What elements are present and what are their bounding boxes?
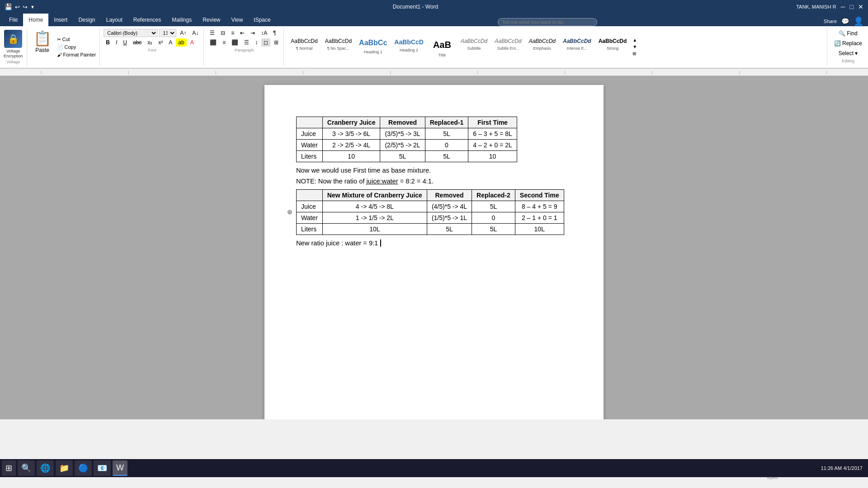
table1-header-firsttime: First Time [468,117,517,128]
paste-icon: 📋 [33,30,52,47]
style-h1-label: Heading 1 [364,50,382,54]
italic-button[interactable]: I [113,38,119,47]
strikethrough-button[interactable]: abc [131,38,144,47]
style-heading1[interactable]: AaBbCc Heading 1 [356,35,390,59]
underline-button[interactable]: U [121,38,129,47]
font-group: Calibri (Body) 11 A↑ A↓ B I U abc x₂ x² … [101,28,204,66]
minimize-button[interactable]: ─ [841,3,845,10]
highlight-button[interactable]: ab [176,38,186,47]
t1r2-label: Water [297,139,323,150]
superscript-button[interactable]: x² [156,38,165,47]
tab-references[interactable]: References [128,14,166,26]
cut-button[interactable]: ✂ Cut [56,36,97,43]
font-color-button[interactable]: A [188,38,196,47]
format-painter-button[interactable]: 🖌 Format Painter [56,52,97,58]
comments-icon[interactable]: 💬 [841,18,849,25]
clipboard-actions: ✂ Cut 📄 Copy 🖌 Format Painter [56,29,97,65]
t1r2-removed: (2/5)*5 -> 2L [380,139,425,150]
style-title[interactable]: AaB Title [428,35,457,59]
align-center-button[interactable]: ≡ [220,38,228,47]
multilevel-button[interactable]: ≡ [229,29,236,37]
style-emphasis[interactable]: AaBbCcDd Emphasis [526,35,559,59]
copy-button[interactable]: 📄 Copy [56,44,97,51]
note2-text: NOTE: Now the ratio of juice:water = 8:2… [296,178,572,185]
style-normal[interactable]: AaBbCcDd ¶ Normal [288,35,321,59]
select-button[interactable]: Select ▾ [836,49,860,58]
style-subtle-emphasis[interactable]: AaBbCcDd Subtle Em... [491,35,524,59]
font-family-select[interactable]: Calibri (Body) [104,29,158,37]
editing-group: 🔍 Find 🔄 Replace Select ▾ Editing [828,28,868,66]
table2-header-secondtime: Second Time [515,189,564,201]
close-button[interactable]: ✕ [858,3,863,10]
style-intense-emphasis[interactable]: AaBbCcDd Intense E... [560,35,594,59]
table2: New Mixture of Cranberry Juice Removed R… [296,189,564,235]
save-icon[interactable]: 💾 [5,3,12,10]
editing-group-label: Editing [842,59,854,63]
tab-insert[interactable]: Insert [48,14,73,26]
redo-icon[interactable]: ↪ [23,4,28,10]
replace-label: Replace [842,40,862,47]
share-button[interactable]: Share [824,19,837,24]
borders-button[interactable]: ⊞ [272,38,281,47]
tab-mailings[interactable]: Mailings [166,14,197,26]
shading-button[interactable]: ◻ [261,38,270,47]
t2r1-secondtime: 8 – 4 + 5 = 9 [515,201,564,212]
tab-home[interactable]: Home [23,14,48,26]
styles-more[interactable]: ⊞ [632,51,637,56]
replace-button[interactable]: 🔄 Replace [832,39,864,48]
user-name: TANK, MANISH R [796,4,836,9]
justify-button[interactable]: ☰ [242,38,251,47]
page[interactable]: Cranberry Juice Removed Replaced-1 First… [264,85,604,419]
tab-view[interactable]: View [226,14,249,26]
replace-icon: 🔄 [834,40,841,47]
sort-button[interactable]: ↕A [259,29,269,37]
font-shrink-button[interactable]: A↓ [190,29,201,37]
numbering-button[interactable]: ⊟ [218,29,227,37]
tab-review[interactable]: Review [197,14,226,26]
tab-design[interactable]: Design [73,14,100,26]
table1-header-cranberry: Cranberry Juice [322,117,380,128]
t2r2-replaced: 0 [472,212,515,223]
line-spacing-button[interactable]: ↕ [253,38,260,47]
tab-layout[interactable]: Layout [101,14,128,26]
style-strong-label: Strong [607,46,619,51]
quick-access-bar: 💾 ↩ ↪ ▼ [5,3,35,10]
find-label: Find [847,30,857,37]
tab-file[interactable]: File [4,14,23,26]
qa-dropdown-icon[interactable]: ▼ [30,5,35,9]
increase-indent-button[interactable]: ⇥ [248,29,257,37]
font-size-select[interactable]: 11 [159,29,176,37]
paste-button[interactable]: 📋 Paste [31,29,54,65]
undo-icon[interactable]: ↩ [15,4,20,10]
font-grow-button[interactable]: A↑ [178,29,189,37]
style-no-space[interactable]: AaBbCcDd ¶ No Spac... [322,35,355,59]
align-left-button[interactable]: ⬛ [208,38,219,47]
tell-me-input[interactable] [498,18,597,26]
format-painter-label: Format Painter [63,52,96,57]
style-heading2[interactable]: AaBbCcD Heading 2 [391,35,427,59]
decrease-indent-button[interactable]: ⇤ [238,29,247,37]
tab-tspace[interactable]: tSpace [248,14,276,26]
table-row: Juice 3 -> 3/5 -> 6L (3/5)*5 -> 3L 5L 6 … [297,128,517,139]
styles-scroll-up[interactable]: ▲ [632,38,637,42]
text-effects-button[interactable]: A [166,38,175,47]
align-right-button[interactable]: ⬛ [229,38,241,47]
style-normal-preview: AaBbCcDd [291,37,317,47]
subscript-button[interactable]: x₂ [145,38,155,47]
style-em-preview: AaBbCcDd [529,37,556,47]
bullets-button[interactable]: ☰ [208,29,217,37]
find-button[interactable]: 🔍 Find [836,29,859,38]
style-title-label: Title [439,53,446,57]
styles-scroll-down[interactable]: ▼ [632,44,637,49]
user-icon[interactable]: 👤 [854,16,863,26]
style-subtitle[interactable]: AaBbCcDd Subtitle [458,35,491,59]
voltage-icon[interactable]: 🔒 [4,30,22,48]
t2r2-removed: (1/5)*5 -> 1L [427,212,472,223]
bold-button[interactable]: B [104,38,112,47]
table2-container: ⊕ New Mixture of Cranberry Juice Removed… [296,189,572,235]
maximize-button[interactable]: □ [850,3,854,10]
paste-label: Paste [35,47,49,53]
show-hide-button[interactable]: ¶ [271,29,278,37]
style-strong[interactable]: AaBbCcDd Strong [595,35,630,59]
table-add-icon[interactable]: ⊕ [287,208,292,216]
